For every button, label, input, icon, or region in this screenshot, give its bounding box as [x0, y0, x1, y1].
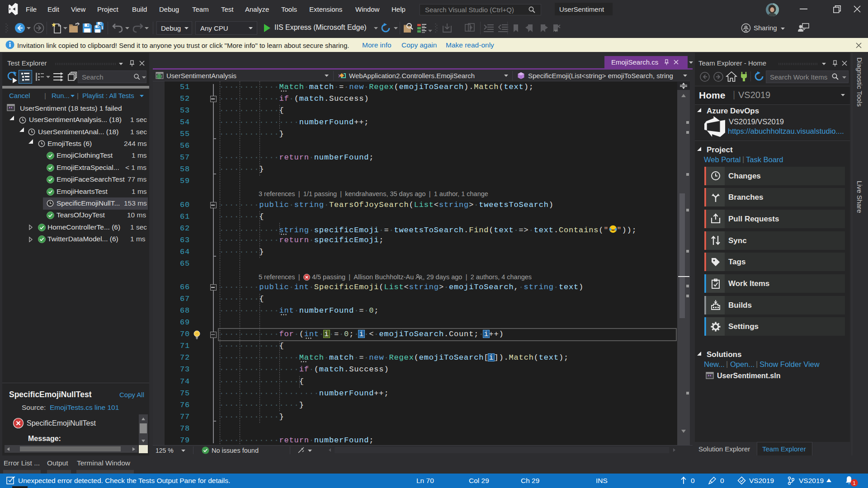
svg-text:1: 1: [853, 480, 855, 486]
